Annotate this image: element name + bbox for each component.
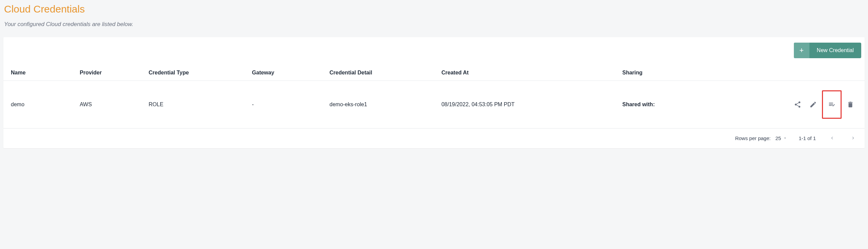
delete-button[interactable]	[844, 98, 857, 111]
cell-credential-detail: demo-eks-role1	[322, 81, 434, 129]
chevron-left-icon	[829, 135, 835, 141]
playlist-check-icon	[828, 101, 836, 108]
next-page-button[interactable]	[848, 133, 858, 143]
pencil-icon	[809, 101, 817, 108]
share-button[interactable]	[791, 98, 804, 111]
cell-created-at: 08/19/2022, 04:53:05 PM PDT	[434, 81, 615, 129]
rows-per-page-label: Rows per page:	[735, 135, 771, 141]
credentials-table: Name Provider Credential Type Gateway Cr…	[3, 65, 865, 129]
col-header-actions	[735, 65, 865, 81]
new-credential-label: New Credential	[809, 43, 861, 58]
prev-page-button[interactable]	[827, 133, 837, 143]
cell-provider: AWS	[72, 81, 142, 129]
toolbar: + New Credential	[3, 37, 865, 65]
page-subtitle: Your configured Cloud credentials are li…	[4, 21, 865, 28]
chevron-right-icon	[850, 135, 856, 141]
page-title: Cloud Credentials	[4, 3, 865, 15]
edit-button[interactable]	[806, 98, 820, 111]
share-icon	[794, 101, 801, 108]
validate-highlight	[822, 90, 842, 119]
col-header-provider: Provider	[72, 65, 142, 81]
chevron-down-icon	[783, 136, 787, 140]
col-header-sharing: Sharing	[615, 65, 735, 81]
cell-name: demo	[3, 81, 72, 129]
rows-per-page-select[interactable]: 25	[775, 135, 787, 141]
rows-per-page-value: 25	[775, 135, 781, 141]
trash-icon	[847, 101, 854, 108]
credentials-card: + New Credential Name Provider Credentia…	[3, 37, 865, 148]
cell-gateway: -	[244, 81, 322, 129]
rows-per-page-group: Rows per page: 25	[735, 135, 787, 141]
col-header-gateway: Gateway	[244, 65, 322, 81]
col-header-name: Name	[3, 65, 72, 81]
pagination-range: 1-1 of 1	[799, 135, 816, 141]
col-header-credential-detail: Credential Detail	[322, 65, 434, 81]
cell-credential-type: ROLE	[141, 81, 244, 129]
pagination: Rows per page: 25 1-1 of 1	[3, 129, 865, 145]
cell-sharing: Shared with:	[615, 81, 735, 129]
cell-actions	[735, 81, 865, 129]
new-credential-button[interactable]: + New Credential	[794, 43, 861, 58]
col-header-created-at: Created At	[434, 65, 615, 81]
col-header-credential-type: Credential Type	[141, 65, 244, 81]
plus-icon: +	[794, 43, 809, 58]
table-row: demo AWS ROLE - demo-eks-role1 08/19/202…	[3, 81, 865, 129]
validate-button[interactable]	[825, 98, 839, 111]
